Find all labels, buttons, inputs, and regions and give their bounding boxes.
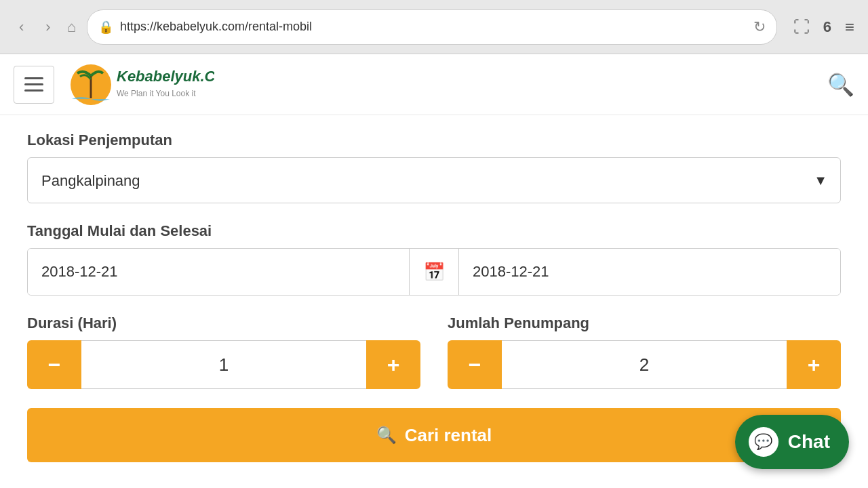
duration-minus-button[interactable]: −	[27, 340, 81, 389]
start-date-input[interactable]	[28, 249, 409, 295]
calendar-button[interactable]: 📅	[409, 249, 459, 295]
hamburger-line-1	[24, 77, 43, 79]
svg-text:Kebabelyuk.Com: Kebabelyuk.Com	[117, 68, 214, 85]
hamburger-line-2	[24, 83, 43, 85]
duration-control: − 1 +	[27, 340, 420, 389]
end-date-input[interactable]	[459, 249, 840, 295]
location-label: Lokasi Penjemputan	[27, 131, 841, 149]
passengers-label: Jumlah Penumpang	[448, 314, 841, 332]
site-search-button[interactable]: 🔍	[827, 72, 854, 98]
logo-area: Kebabelyuk.Com We Plan it You Look it	[65, 61, 816, 108]
date-row: 📅	[27, 248, 841, 296]
page: Kebabelyuk.Com We Plan it You Look it 🔍 …	[0, 54, 868, 488]
tab-count[interactable]: 6	[823, 18, 831, 36]
passengers-control: − 2 +	[448, 340, 841, 389]
browser-menu-button[interactable]: ≡	[845, 18, 854, 37]
duration-value: 1	[81, 340, 366, 389]
home-button[interactable]: ⌂	[67, 18, 76, 36]
browser-actions: ⛶ 6 ≡	[793, 18, 854, 37]
main-content: Lokasi Penjemputan Pangkalpinang Sungail…	[0, 115, 868, 479]
duration-group: Durasi (Hari) − 1 +	[27, 314, 420, 389]
address-bar: 🔒 https://kebabelyuk.com/rental-mobil ↻	[87, 9, 777, 45]
search-icon: 🔍	[376, 426, 397, 445]
location-select[interactable]: Pangkalpinang Sungailiat Toboali Muntok	[27, 157, 841, 203]
svg-text:We Plan it You Look it: We Plan it You Look it	[117, 89, 196, 98]
counters-row: Durasi (Hari) − 1 + Jumlah Penumpang − 2…	[27, 314, 841, 389]
search-button-label: Cari rental	[405, 425, 492, 446]
chat-icon: 💬	[749, 427, 778, 457]
url-text: https://kebabelyuk.com/rental-mobil	[120, 20, 747, 34]
reload-button[interactable]: ↻	[753, 18, 766, 36]
lock-icon: 🔒	[98, 20, 113, 35]
search-rental-button[interactable]: 🔍 Cari rental	[27, 408, 841, 462]
date-section: Tanggal Mulai dan Selesai 📅	[27, 222, 841, 296]
passengers-group: Jumlah Penumpang − 2 +	[448, 314, 841, 389]
date-label: Tanggal Mulai dan Selesai	[27, 222, 841, 240]
back-button[interactable]: ‹	[14, 16, 29, 39]
passengers-minus-button[interactable]: −	[448, 340, 502, 389]
browser-bar: ‹ › ⌂ 🔒 https://kebabelyuk.com/rental-mo…	[0, 0, 868, 54]
site-header: Kebabelyuk.Com We Plan it You Look it 🔍	[0, 54, 868, 115]
passengers-value: 2	[502, 340, 787, 389]
forward-button[interactable]: ›	[40, 16, 56, 39]
chat-bubble[interactable]: 💬 Chat	[735, 415, 849, 469]
hamburger-menu-button[interactable]	[14, 66, 54, 104]
duration-plus-button[interactable]: +	[366, 340, 420, 389]
fullscreen-button[interactable]: ⛶	[793, 18, 810, 37]
passengers-plus-button[interactable]: +	[787, 340, 841, 389]
chat-label: Chat	[788, 431, 830, 453]
location-select-wrapper: Pangkalpinang Sungailiat Toboali Muntok …	[27, 157, 841, 203]
duration-label: Durasi (Hari)	[27, 314, 420, 332]
hamburger-line-3	[24, 89, 43, 92]
site-logo: Kebabelyuk.Com We Plan it You Look it	[65, 61, 214, 108]
